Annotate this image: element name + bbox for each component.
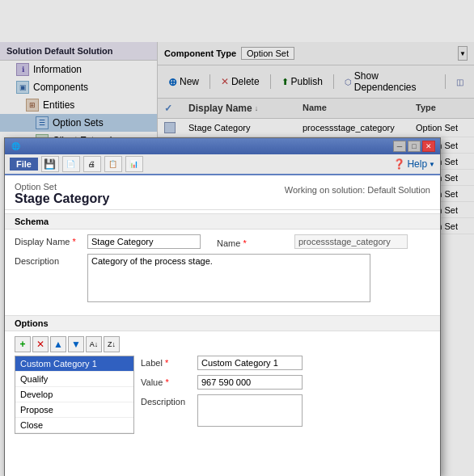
- arrow-down-icon: ▼: [71, 339, 81, 350]
- schema-section-header: Schema: [5, 213, 440, 230]
- option-detail-panel: Label Value Description: [141, 356, 430, 434]
- save-icon: 💾: [44, 158, 56, 170]
- arrow-up-icon: ▲: [53, 339, 63, 350]
- form-button[interactable]: 📋: [104, 156, 122, 172]
- plus-icon: +: [19, 339, 25, 350]
- help-icon: ❓: [393, 158, 405, 170]
- option-item-develop[interactable]: Develop: [15, 387, 133, 402]
- description-textarea[interactable]: Category of the process stage.: [87, 254, 370, 302]
- description-row: Description Category of the process stag…: [15, 254, 430, 302]
- modal-controls: ─ □ ✕: [393, 141, 435, 152]
- options-section-header: Options: [5, 315, 440, 331]
- sort-za-button[interactable]: Z↓: [104, 336, 120, 352]
- entity-info: Option Set Stage Category: [15, 182, 109, 206]
- detail-desc-row: Description: [141, 394, 430, 427]
- remove-option-button[interactable]: ✕: [32, 336, 49, 352]
- options-section: + ✕ ▲ ▼ A↓ Z↓ Custom Category 1 Qualify …: [5, 331, 440, 476]
- options-list: Custom Category 1 Qualify Develop Propos…: [15, 356, 134, 434]
- add-option-button[interactable]: +: [15, 336, 31, 352]
- name-label: Name: [217, 236, 290, 248]
- entity-header: Option Set Stage Category Working on sol…: [5, 175, 440, 210]
- option-item-custom-category-1[interactable]: Custom Category 1: [15, 356, 133, 372]
- modal-app-icon: 🌐: [10, 141, 21, 152]
- schema-form: Display Name Name Description Category o…: [5, 230, 440, 312]
- detail-value-label: Value: [141, 375, 197, 387]
- save-as-button[interactable]: 📄: [62, 156, 80, 172]
- entity-name: Stage Category: [15, 192, 109, 206]
- detail-value-input[interactable]: [197, 375, 303, 390]
- save-button[interactable]: 💾: [41, 156, 59, 172]
- print-icon: 🖨: [88, 160, 95, 168]
- options-content: Custom Category 1 Qualify Develop Propos…: [15, 356, 430, 434]
- name-field-group: Name: [217, 234, 408, 249]
- minus-icon: ✕: [36, 339, 44, 350]
- detail-desc-label: Description: [141, 394, 197, 406]
- detail-value-row: Value: [141, 375, 430, 390]
- display-name-label: Display Name: [15, 234, 87, 246]
- modal-body: Option Set Stage Category Working on sol…: [5, 175, 440, 476]
- help-button[interactable]: ❓ Help ▼: [393, 158, 435, 170]
- sort-za-icon: Z↓: [108, 340, 116, 348]
- sort-az-button[interactable]: A↓: [86, 336, 102, 352]
- detail-label-input[interactable]: [197, 356, 303, 370]
- minimize-button[interactable]: ─: [393, 141, 406, 152]
- option-item-qualify[interactable]: Qualify: [15, 372, 133, 387]
- modal-window: 🌐 ─ □ ✕ File 💾 📄 🖨 📋 📊 ❓ Help ▼: [4, 137, 441, 476]
- modal-titlebar-left: 🌐: [10, 141, 21, 152]
- maximize-button[interactable]: □: [408, 141, 421, 152]
- file-button[interactable]: File: [10, 158, 38, 171]
- entity-type: Option Set: [15, 182, 109, 192]
- modal-titlebar: 🌐 ─ □ ✕: [5, 138, 440, 154]
- report-button[interactable]: 📊: [125, 156, 143, 172]
- move-up-button[interactable]: ▲: [50, 336, 66, 352]
- working-on-label: Working on solution: Default Solution: [285, 182, 430, 195]
- detail-desc-textarea[interactable]: [197, 394, 303, 427]
- print-button[interactable]: 🖨: [83, 156, 101, 172]
- form-icon: 📋: [108, 160, 117, 168]
- close-button[interactable]: ✕: [422, 141, 435, 152]
- help-label: Help: [407, 158, 427, 170]
- name-input[interactable]: [294, 234, 408, 249]
- description-label: Description: [15, 254, 87, 266]
- option-item-close[interactable]: Close: [15, 418, 133, 433]
- modal-toolbar: File 💾 📄 🖨 📋 📊 ❓ Help ▼: [5, 154, 440, 175]
- options-toolbar: + ✕ ▲ ▼ A↓ Z↓: [15, 336, 430, 352]
- detail-label-label: Label: [141, 356, 197, 368]
- option-item-propose[interactable]: Propose: [15, 402, 133, 418]
- save-as-icon: 📄: [66, 160, 75, 168]
- help-chevron: ▼: [429, 161, 435, 168]
- move-down-button[interactable]: ▼: [68, 336, 84, 352]
- detail-label-row: Label: [141, 356, 430, 370]
- report-icon: 📊: [129, 160, 138, 168]
- display-name-row: Display Name Name: [15, 234, 430, 249]
- display-name-input[interactable]: [87, 234, 201, 249]
- sort-az-icon: A↓: [90, 340, 99, 348]
